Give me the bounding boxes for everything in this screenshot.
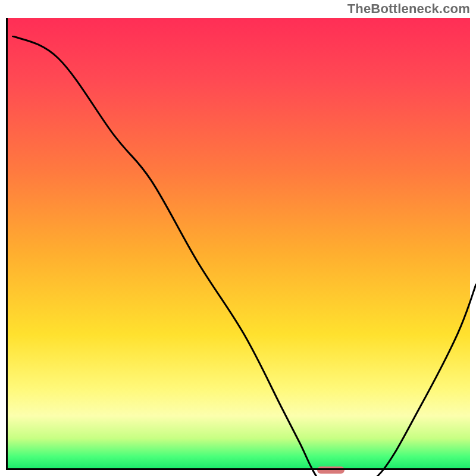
x-axis (6, 468, 470, 470)
y-axis (6, 18, 8, 470)
watermark-text: TheBottleneck.com (347, 1, 470, 17)
bottleneck-curve (12, 36, 476, 476)
plot-area (6, 18, 470, 470)
chart-canvas: TheBottleneck.com (0, 0, 476, 476)
